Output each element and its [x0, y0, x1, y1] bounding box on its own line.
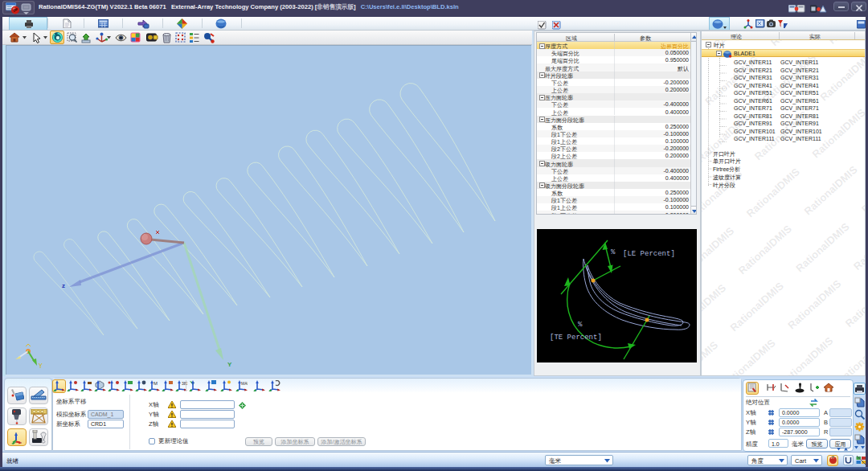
svg-text:[TE Percent]: [TE Percent] [550, 334, 602, 342]
svg-text:Y: Y [227, 361, 232, 368]
svg-text:%: % [611, 248, 616, 256]
svg-text:%: % [578, 321, 583, 329]
svg-text:MAP: MAP [241, 381, 248, 386]
svg-text:M: M [154, 381, 158, 386]
svg-text:[LE Percent]: [LE Percent] [623, 250, 675, 258]
svg-text:z: z [62, 282, 65, 289]
